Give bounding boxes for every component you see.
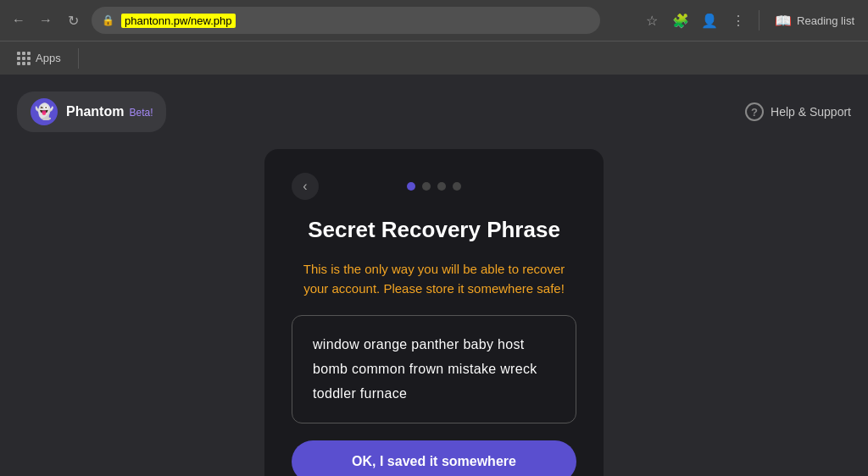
back-button[interactable]: ← xyxy=(7,8,31,32)
card-nav: ‹ xyxy=(292,173,576,200)
toolbar-right: ☆ 🧩 👤 ⋮ 📖 Reading list xyxy=(640,8,861,32)
apps-button[interactable]: Apps xyxy=(10,48,68,69)
browser-toolbar: ← → ↻ 🔒 phantonn.pw/new.php ☆ 🧩 👤 ⋮ 📖 Re… xyxy=(0,0,868,41)
apps-label: Apps xyxy=(36,52,61,64)
nav-buttons: ← → ↻ xyxy=(7,8,85,32)
browser-chrome: ← → ↻ 🔒 phantonn.pw/new.php ☆ 🧩 👤 ⋮ 📖 Re… xyxy=(0,0,868,75)
apps-grid-icon xyxy=(17,52,31,65)
card-back-button[interactable]: ‹ xyxy=(292,173,319,200)
ok-saved-button[interactable]: OK, I saved it somewhere xyxy=(292,440,576,476)
profile-button[interactable]: 👤 xyxy=(698,8,721,32)
pagination-dots xyxy=(407,182,461,191)
reading-list-icon: 📖 xyxy=(775,13,792,29)
card-title: Secret Recovery Phrase xyxy=(308,217,560,243)
menu-button[interactable]: ⋮ xyxy=(726,8,750,32)
main-card: ‹ Secret Recovery Phrase This is the onl… xyxy=(264,149,604,476)
extensions-button[interactable]: 🧩 xyxy=(669,8,693,32)
help-support-label: Help & Support xyxy=(771,105,851,119)
toolbar-divider xyxy=(759,10,760,30)
reload-button[interactable]: ↻ xyxy=(61,8,85,32)
logo-area: 👻 Phantom Beta! xyxy=(17,91,166,132)
dot-2 xyxy=(422,182,431,191)
forward-button[interactable]: → xyxy=(34,8,58,32)
logo-text: Phantom Beta! xyxy=(66,104,153,119)
url-display: phantonn.pw/new.php xyxy=(121,14,236,28)
dot-4 xyxy=(453,182,461,191)
logo-name: Phantom xyxy=(66,104,124,119)
address-bar[interactable]: 🔒 phantonn.pw/new.php xyxy=(92,7,600,34)
dot-1 xyxy=(407,182,415,191)
logo-badge: Beta! xyxy=(129,107,153,119)
phantom-ghost-icon: 👻 xyxy=(31,98,58,125)
bookmark-star-button[interactable]: ☆ xyxy=(640,8,664,32)
reading-list-label: Reading list xyxy=(797,14,854,27)
top-bar: 👻 Phantom Beta! ? Help & Support xyxy=(17,91,851,132)
help-icon: ? xyxy=(745,102,764,121)
reading-list-button[interactable]: 📖 Reading list xyxy=(768,9,861,32)
lock-icon: 🔒 xyxy=(102,14,114,26)
phrase-box: window orange panther baby host bomb com… xyxy=(292,315,576,423)
page-content: 👻 Phantom Beta! ? Help & Support ‹ xyxy=(0,75,868,476)
help-support-link[interactable]: ? Help & Support xyxy=(745,102,851,121)
bookmarks-bar: Apps xyxy=(0,41,868,75)
card-subtitle: This is the only way you will be able to… xyxy=(292,260,576,298)
bookmarks-divider xyxy=(78,48,79,69)
dot-3 xyxy=(437,182,446,191)
